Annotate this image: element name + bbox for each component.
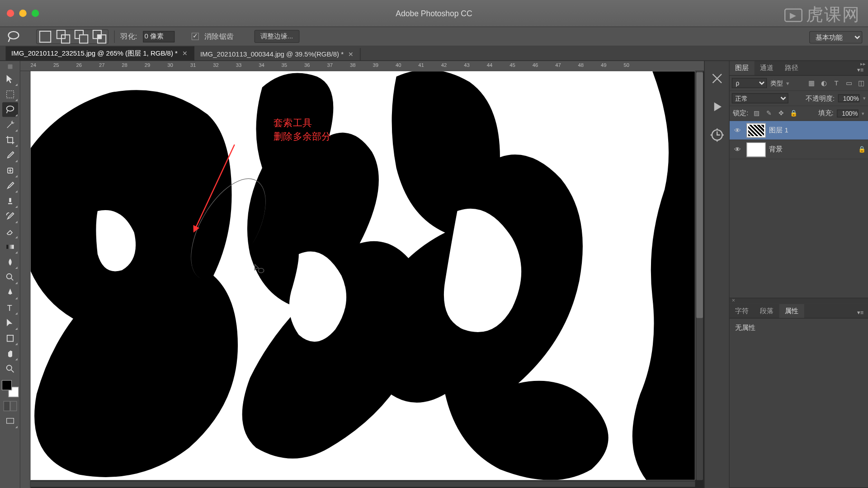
move-tool[interactable] — [2, 72, 18, 87]
color-swatches[interactable] — [1, 380, 19, 397]
close-tab-icon[interactable]: ✕ — [182, 50, 187, 57]
tab-layers[interactable]: 图层 — [730, 61, 755, 75]
svg-rect-9 — [6, 91, 14, 98]
svg-point-0 — [9, 31, 19, 38]
horizontal-ruler[interactable]: 2425262728293031323334353637383940414243… — [20, 61, 704, 71]
canvas-area: 2425262728293031323334353637383940414243… — [20, 61, 704, 488]
watermark: ▶ 虎课网 — [784, 4, 860, 27]
tab-character[interactable]: 字符 — [730, 304, 755, 318]
svg-rect-8 — [98, 35, 101, 38]
anti-alias-checkbox[interactable] — [191, 33, 198, 40]
eyedropper-tool[interactable] — [2, 148, 18, 163]
calligraphy-artwork — [31, 71, 695, 480]
marquee-tool[interactable] — [2, 87, 18, 102]
layer-row[interactable]: 👁 图层 1 — [730, 121, 868, 141]
crop-tool[interactable] — [2, 133, 18, 148]
screen-mode-button[interactable] — [2, 414, 18, 429]
tab-paths[interactable]: 路径 — [779, 61, 804, 75]
navigator-panel-icon[interactable] — [709, 128, 724, 143]
blend-mode-select[interactable]: 正常 — [732, 93, 788, 103]
tab-channels[interactable]: 通道 — [755, 61, 779, 75]
vertical-ruler[interactable] — [20, 71, 31, 488]
filter-pixel-icon[interactable]: ▦ — [807, 79, 816, 88]
horizontal-scrollbar[interactable] — [31, 481, 695, 487]
svg-point-16 — [6, 365, 11, 370]
visibility-toggle-icon[interactable]: 👁 — [732, 126, 743, 134]
lock-all-icon[interactable]: 🔒 — [789, 109, 798, 118]
lock-transparent-icon[interactable]: ▨ — [752, 109, 761, 118]
selection-intersect-button[interactable] — [92, 30, 108, 43]
layer-thumbnail[interactable] — [746, 123, 766, 138]
lasso-tool-icon[interactable] — [6, 30, 22, 43]
document-tab[interactable]: IMG_20210112_232515.jpg @ 265% (图层 1, RG… — [6, 47, 195, 61]
no-properties-text: 无属性 — [735, 324, 755, 332]
hand-tool[interactable] — [2, 346, 18, 361]
layer-row[interactable]: 👁 背景 🔒 — [730, 140, 868, 160]
minimize-window-button[interactable] — [19, 9, 27, 17]
filter-type-icon[interactable]: T — [832, 79, 841, 88]
close-window-button[interactable] — [7, 9, 14, 17]
close-tab-icon[interactable]: ✕ — [348, 51, 353, 58]
foreground-color[interactable] — [1, 380, 12, 390]
dodge-tool[interactable] — [2, 270, 18, 285]
vertical-scrollbar[interactable] — [696, 71, 703, 480]
svg-rect-5 — [80, 35, 88, 43]
layer-thumbnail[interactable] — [746, 142, 766, 157]
pen-tool[interactable] — [2, 285, 18, 300]
properties-panel: × 字符 段落 属性 ▾≡ 无属性 — [730, 298, 868, 488]
refine-edge-button[interactable]: 调整边缘... — [254, 30, 299, 43]
history-brush-tool[interactable] — [2, 209, 18, 224]
eraser-tool[interactable] — [2, 224, 18, 239]
path-select-tool[interactable] — [2, 316, 18, 331]
svg-rect-15 — [7, 335, 13, 342]
opacity-input[interactable] — [838, 94, 860, 103]
lock-paint-icon[interactable]: ✎ — [764, 109, 773, 118]
feather-label: 羽化: — [120, 31, 137, 42]
svg-rect-17 — [6, 418, 14, 423]
maximize-window-button[interactable] — [32, 9, 39, 17]
properties-panel-tabs: 字符 段落 属性 ▾≡ — [730, 304, 868, 319]
blur-tool[interactable] — [2, 255, 18, 270]
expand-dock-icon[interactable]: ▸▸ — [841, 61, 866, 68]
zoom-tool[interactable] — [2, 361, 18, 376]
magic-wand-tool[interactable] — [2, 117, 18, 132]
visibility-toggle-icon[interactable]: 👁 — [732, 145, 743, 154]
shape-tool[interactable] — [2, 331, 18, 346]
tab-paragraph[interactable]: 段落 — [755, 304, 779, 318]
filter-smart-icon[interactable]: ◫ — [857, 79, 866, 88]
quick-mask-toggle[interactable] — [3, 401, 17, 412]
layers-panel: 图层 通道 路径 ▾≡ ρ 类型 ▾ ▦ ◐ T ▭ ◫ 正常 不透明度: — [730, 61, 868, 298]
filter-adjust-icon[interactable]: ◐ — [820, 79, 829, 88]
lock-position-icon[interactable]: ✥ — [777, 109, 786, 118]
layer-name[interactable]: 背景 — [769, 145, 783, 154]
selection-subtract-button[interactable] — [74, 30, 90, 43]
app-title: Adobe Photoshop CC — [396, 9, 472, 18]
fill-input[interactable] — [837, 109, 859, 117]
kind-filter-select[interactable]: ρ — [732, 78, 767, 89]
feather-input[interactable] — [143, 31, 175, 42]
document-tab[interactable]: IMG_20210113_000344.jpg @ 39.5%(RGB/8) *… — [194, 48, 360, 61]
type-tool[interactable]: T — [2, 300, 18, 315]
filter-shape-icon[interactable]: ▭ — [844, 79, 854, 88]
lock-icon: 🔒 — [858, 146, 866, 153]
actions-panel-icon[interactable] — [709, 99, 724, 114]
workspace-selector[interactable]: 基本功能 — [809, 31, 863, 44]
layer-name[interactable]: 图层 1 — [769, 126, 788, 135]
close-panel-icon[interactable]: × — [732, 297, 735, 304]
window-controls — [0, 9, 39, 17]
svg-rect-12 — [6, 245, 14, 249]
options-bar: 羽化: 消除锯齿 调整边缘... 基本功能 — [0, 27, 868, 47]
history-panel-icon[interactable] — [709, 71, 724, 86]
properties-body: 无属性 — [730, 319, 868, 337]
clone-stamp-tool[interactable] — [2, 194, 18, 209]
gradient-tool[interactable] — [2, 239, 18, 254]
selection-new-button[interactable] — [38, 30, 53, 43]
panel-menu-icon[interactable]: ▾≡ — [853, 307, 868, 318]
brush-tool[interactable] — [2, 178, 18, 193]
tab-properties[interactable]: 属性 — [779, 304, 804, 318]
canvas[interactable]: 套索工具 删除多余部分 — [31, 71, 695, 480]
selection-add-button[interactable] — [56, 30, 71, 43]
toolbox-grip[interactable] — [8, 65, 12, 69]
healing-brush-tool[interactable] — [2, 163, 18, 178]
lasso-tool[interactable] — [2, 102, 18, 117]
